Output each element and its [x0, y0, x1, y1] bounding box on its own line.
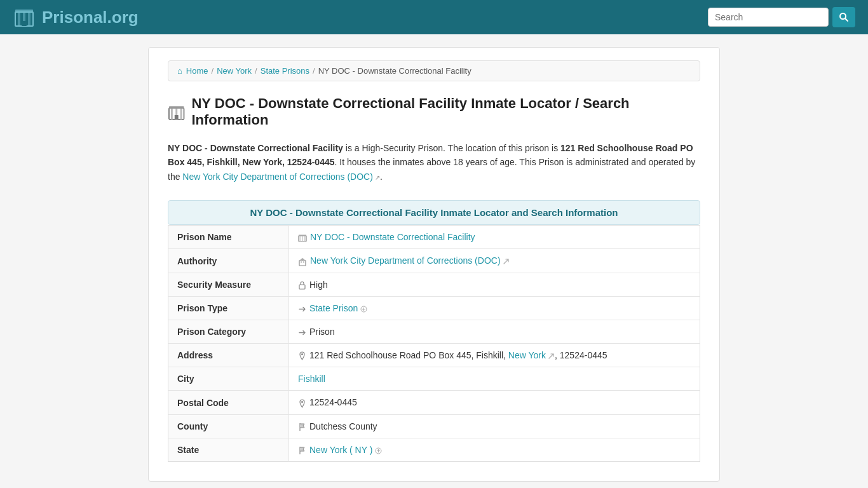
- search-button[interactable]: [832, 7, 855, 27]
- breadcrumb-sep2: /: [255, 66, 257, 76]
- logo-icon: [13, 6, 36, 29]
- ext-icon-intro: ↗: [375, 174, 380, 181]
- table-link[interactable]: State Prison: [309, 303, 358, 313]
- search-area: [708, 7, 855, 27]
- intro-text3: .: [380, 172, 383, 182]
- table-label-city: City: [168, 367, 289, 391]
- table-link[interactable]: New York ( NY ): [309, 445, 372, 455]
- intro-paragraph: NY DOC - Downstate Correctional Facility…: [168, 141, 700, 184]
- logo-main: Prisonal: [42, 8, 107, 27]
- table-row: StateNew York ( NY ): [168, 438, 700, 461]
- table-label-prison-name: Prison Name: [168, 226, 289, 249]
- section-header: NY DOC - Downstate Correctional Facility…: [168, 200, 700, 225]
- search-icon: [839, 12, 849, 22]
- table-row: AuthorityNew York City Department of Cor…: [168, 249, 700, 273]
- table-link[interactable]: Fishkill: [298, 374, 325, 384]
- svg-rect-15: [300, 236, 301, 241]
- table-label-county: County: [168, 414, 289, 438]
- svg-rect-19: [299, 261, 306, 266]
- logo-ext: .org: [107, 8, 139, 27]
- table-row: Address121 Red Schoolhouse Road PO Box 4…: [168, 344, 700, 367]
- address-state-link[interactable]: New York: [508, 350, 546, 360]
- svg-rect-16: [302, 236, 303, 241]
- table-value-prison-name[interactable]: NY DOC - Downstate Correctional Facility: [289, 226, 700, 249]
- table-row: Prison NameNY DOC - Downstate Correction…: [168, 226, 700, 249]
- svg-rect-1: [18, 12, 20, 26]
- svg-rect-17: [304, 236, 306, 241]
- svg-rect-20: [301, 261, 302, 263]
- svg-point-27: [301, 353, 303, 355]
- table-row: CityFishkill: [168, 367, 700, 391]
- svg-rect-11: [180, 108, 182, 119]
- svg-rect-9: [171, 108, 173, 119]
- page-title: NY DOC - Downstate Correctional Facility…: [168, 95, 700, 128]
- svg-rect-12: [169, 106, 184, 109]
- breadcrumb-stateprisons[interactable]: State Prisons: [261, 66, 309, 76]
- svg-rect-21: [303, 261, 304, 263]
- table-row: Prison TypeState Prison: [168, 297, 700, 320]
- table-label-state: State: [168, 438, 289, 461]
- search-input[interactable]: [708, 8, 829, 27]
- table-row: Prison CategoryPrison: [168, 320, 700, 344]
- table-label-postal-code: Postal Code: [168, 391, 289, 414]
- logo-link[interactable]: Prisonal.org: [42, 8, 139, 27]
- main-content: ⌂ Home / New York / State Prisons / NY D…: [148, 47, 720, 482]
- table-label-prison-type: Prison Type: [168, 297, 289, 320]
- table-label-address: Address: [168, 344, 289, 367]
- table-value-county: Dutchess County: [289, 414, 700, 438]
- breadcrumb-newyork[interactable]: New York: [217, 66, 252, 76]
- table-value-address: 121 Red Schoolhouse Road PO Box 445, Fis…: [289, 344, 700, 367]
- table-label-security-measure: Security Measure: [168, 273, 289, 296]
- intro-authority-link[interactable]: New York City Department of Corrections …: [182, 172, 373, 182]
- table-row: Security MeasureHigh: [168, 273, 700, 296]
- svg-rect-3: [28, 12, 31, 26]
- table-value-city[interactable]: Fishkill: [289, 367, 700, 391]
- svg-point-28: [301, 401, 303, 403]
- logo-area: Prisonal.org: [13, 6, 139, 29]
- intro-text1: is a High-Security Prison. The location …: [343, 143, 560, 153]
- table-label-authority: Authority: [168, 249, 289, 273]
- svg-rect-18: [299, 235, 306, 236]
- table-row: CountyDutchess County: [168, 414, 700, 438]
- table-value-postal-code: 12524-0445: [289, 391, 700, 414]
- title-prison-icon: [168, 103, 185, 121]
- svg-rect-5: [22, 21, 27, 26]
- breadcrumb-current: NY DOC - Downstate Correctional Facility: [318, 66, 471, 76]
- site-header: Prisonal.org: [0, 0, 868, 34]
- intro-facility-name: NY DOC - Downstate Correctional Facility: [168, 143, 343, 153]
- table-value-security-measure: High: [289, 273, 700, 296]
- svg-rect-4: [15, 10, 33, 13]
- home-icon: ⌂: [177, 66, 182, 76]
- table-link[interactable]: NY DOC - Downstate Correctional Facility: [310, 232, 475, 242]
- breadcrumb-home[interactable]: Home: [186, 66, 208, 76]
- svg-rect-23: [299, 285, 305, 289]
- breadcrumb: ⌂ Home / New York / State Prisons / NY D…: [168, 60, 700, 81]
- breadcrumb-sep3: /: [313, 66, 315, 76]
- info-table: Prison NameNY DOC - Downstate Correction…: [168, 225, 700, 462]
- breadcrumb-sep1: /: [212, 66, 214, 76]
- svg-rect-13: [175, 115, 179, 119]
- table-value-authority[interactable]: New York City Department of Corrections …: [289, 249, 700, 273]
- table-link[interactable]: New York City Department of Corrections …: [310, 255, 501, 266]
- table-value-state[interactable]: New York ( NY ): [289, 438, 700, 461]
- table-value-prison-category: Prison: [289, 320, 700, 344]
- table-value-prison-type[interactable]: State Prison: [289, 297, 700, 320]
- table-row: Postal Code12524-0445: [168, 391, 700, 414]
- svg-marker-22: [299, 258, 306, 261]
- table-label-prison-category: Prison Category: [168, 320, 289, 344]
- svg-line-7: [845, 18, 848, 21]
